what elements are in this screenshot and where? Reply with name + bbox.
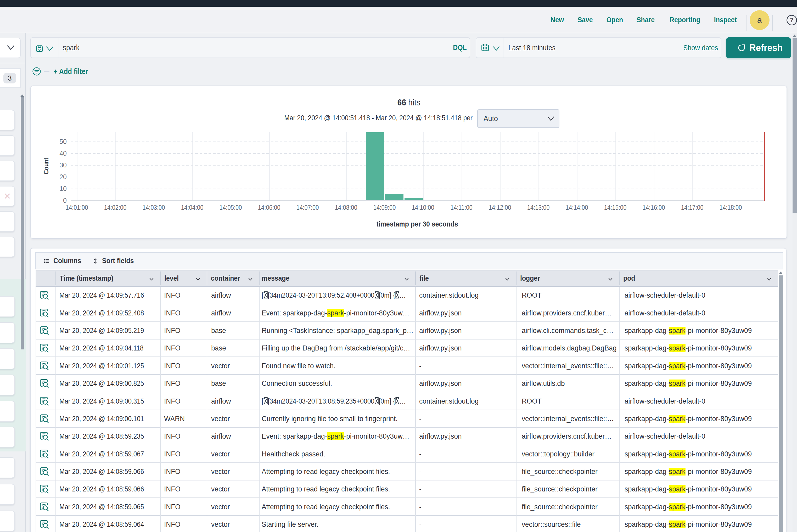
svg-text:?: ? <box>790 17 794 23</box>
